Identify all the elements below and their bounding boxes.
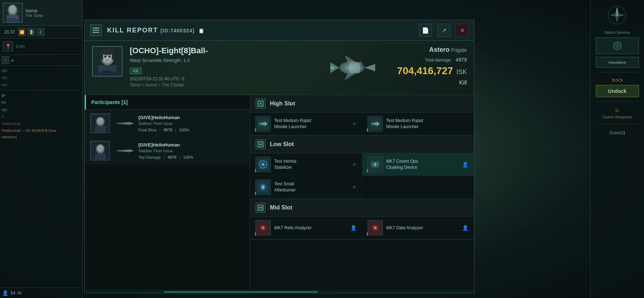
hamburger-line <box>93 32 99 33</box>
undock-area[interactable]: >>> Undock <box>596 77 639 97</box>
equipment-item[interactable]: 1 Test Medium RapidMissile Launcher <box>362 113 474 135</box>
mail-icon: ✉ <box>17 290 22 296</box>
eq-details: Test SmallAfterburner <box>274 181 349 193</box>
character-avatar <box>3 3 23 23</box>
damage-label: Total damage: <box>425 58 452 63</box>
eq-name: MK7 Data Analyzer <box>386 225 459 231</box>
participant-item[interactable]: [GIVE]HelloHuman Stabber Fleet Issue Top… <box>85 137 250 164</box>
participants-title: Participants [1] <box>85 95 250 110</box>
eq-details: MK7 Data Analyzer <box>386 225 459 231</box>
eq-missile-icon <box>256 116 271 131</box>
eq-missile-icon <box>368 116 383 131</box>
equipment-item[interactable]: 1 Test SmallAfterburner ✕ <box>250 176 362 199</box>
eq-remove-button[interactable]: ✕ <box>352 162 356 167</box>
mid-slot-icon <box>256 203 266 213</box>
chat-item: ago <box>1 107 81 113</box>
scrollbar-thumb[interactable] <box>164 291 318 293</box>
chat-item-kill[interactable]: ThelIlluminati → Kill: 海关的声音 [Moa <box>1 128 81 134</box>
left-sidebar: Isoma The Tama 21:37 📶 🔋 Z 📍 0.0% ‹ ◉ ag… <box>0 0 83 298</box>
participant-avatar-face <box>91 114 109 132</box>
equipment-item-highlighted[interactable]: 1 MK7 Covert OpsCloaking Device 👤 <box>362 153 474 176</box>
victim-warp-strength: Warp Scramble Strength: 1.0 <box>130 58 309 63</box>
svg-rect-28 <box>130 150 133 151</box>
menu-button[interactable] <box>90 24 102 36</box>
participant-details: [GIVE]HelloHuman Stabber Fleet Issue Fin… <box>138 115 244 132</box>
compass-rose: N <box>607 5 627 25</box>
svg-rect-33 <box>265 123 267 125</box>
panel-id: [ID:7400324] <box>161 28 195 33</box>
eq-count: 1 <box>254 128 257 132</box>
sidebar-top: Isoma The Tama <box>0 0 82 26</box>
eq-afterburner-icon <box>256 180 271 195</box>
victim-info: [OCHO]-Eight[8]Ball- Warp Scramble Stren… <box>130 46 309 87</box>
kill-datetime: 2022/07/24 21:31:40 UTC -5 <box>130 76 309 81</box>
high-slot-grid: 1 Test Medium RapidMissile Launcher ✕ <box>250 113 474 136</box>
undock-button[interactable]: Undock <box>596 85 639 97</box>
equipment-item[interactable]: 1 Test InertialStabilizer ✕ <box>250 153 362 176</box>
eq-person-icon: 👤 <box>350 225 356 231</box>
eq-count: 1 <box>254 169 257 173</box>
panel-close-button[interactable]: ✕ <box>456 24 469 37</box>
eq-remove-button[interactable]: ✕ <box>352 121 356 127</box>
kill-type-label: Kill <box>395 80 467 86</box>
participant-avatar-face <box>91 142 109 160</box>
eq-stabilizer-icon <box>256 157 271 172</box>
mid-slot-grid: 1 MK7 Relic Analyzer 👤 <box>250 217 474 240</box>
participant-name: [GIVE]HelloHuman <box>138 142 244 148</box>
low-slot-icon <box>256 139 266 149</box>
high-slot-title: High Slot <box>270 100 295 107</box>
insurance-button[interactable]: Insurance <box>596 57 639 68</box>
panel-body: Participants [1] <box>85 95 474 290</box>
svg-rect-36 <box>377 123 380 125</box>
equipment-section: High Slot 1 Test Me <box>250 95 474 290</box>
ship-3d-view <box>316 46 388 89</box>
wifi-icon[interactable]: 📶 <box>18 28 26 36</box>
svg-point-41 <box>262 164 264 165</box>
participant-name: [GIVE]HelloHuman <box>138 115 244 120</box>
svg-rect-23 <box>120 123 129 124</box>
eq-name: Test SmallAfterburner <box>274 181 349 193</box>
eq-relic-icon <box>256 220 271 235</box>
panel-header: KILL REPORT [ID:7400324] 📋 📄 ↗ ✕ <box>85 20 474 41</box>
svg-point-57 <box>616 14 618 16</box>
svg-rect-22 <box>130 123 133 124</box>
sidebar-controls: 21:37 📶 🔋 Z <box>0 26 82 39</box>
faction-wargames-area[interactable]: ⚔ Faction Wargames <box>602 106 632 119</box>
location-icon[interactable]: 📍 <box>3 41 13 51</box>
equipment-item[interactable]: 1 MK7 Relic Analyzer 👤 <box>250 217 362 239</box>
svg-point-32 <box>259 123 261 125</box>
z-icon[interactable]: Z <box>37 28 45 36</box>
svg-point-17 <box>359 62 362 64</box>
eq-name: MK7 Covert OpsCloaking Device <box>386 158 459 171</box>
percent-display: 0.0% <box>16 44 25 49</box>
eq-details: Test Medium RapidMissile Launcher <box>386 118 469 130</box>
high-slot-header: High Slot <box>250 95 474 113</box>
notes-button[interactable]: 📄 <box>419 24 432 37</box>
equipment-item[interactable]: 1 Test Medium RapidMissile Launcher ✕ <box>250 113 362 135</box>
faction-icon: ⚔ <box>614 106 620 114</box>
chat-item-kill2[interactable]: Interdictor] <box>1 134 81 140</box>
export-button[interactable]: ↗ <box>437 24 450 37</box>
eq-person-icon: 👤 <box>462 225 468 231</box>
low-slot-title: Low Slot <box>270 141 294 148</box>
copy-icon: 📋 <box>198 28 205 33</box>
shield-icon-area <box>596 37 639 54</box>
eq-cloak-icon <box>368 157 383 172</box>
eq-remove-button[interactable]: ✕ <box>352 184 356 190</box>
svg-point-47 <box>262 186 264 188</box>
top-close-button[interactable]: ✕ <box>29 29 34 36</box>
participant-avatar <box>90 113 110 133</box>
scrollbar-track[interactable] <box>87 291 472 293</box>
equipment-item[interactable]: 1 MK7 Data Analyzer 👤 <box>362 217 474 239</box>
eq-details: MK7 Relic Analyzer <box>274 225 347 231</box>
participant-stats: Top Damage | 4979 | 100% <box>138 155 244 159</box>
back-chevron[interactable]: ‹ <box>1 56 9 64</box>
svg-point-2 <box>9 5 16 14</box>
damage-value: 4979 <box>456 57 467 63</box>
panel-scrollbar[interactable] <box>85 290 474 293</box>
participant-item[interactable]: [GIVE]HelloHuman Stabber Fleet Issue Fin… <box>85 110 250 137</box>
eq-name: MK7 Relic Analyzer <box>274 225 347 231</box>
eq-count: 1 <box>367 128 369 132</box>
server-name: The Tama <box>26 13 43 18</box>
svg-point-8 <box>104 55 106 58</box>
